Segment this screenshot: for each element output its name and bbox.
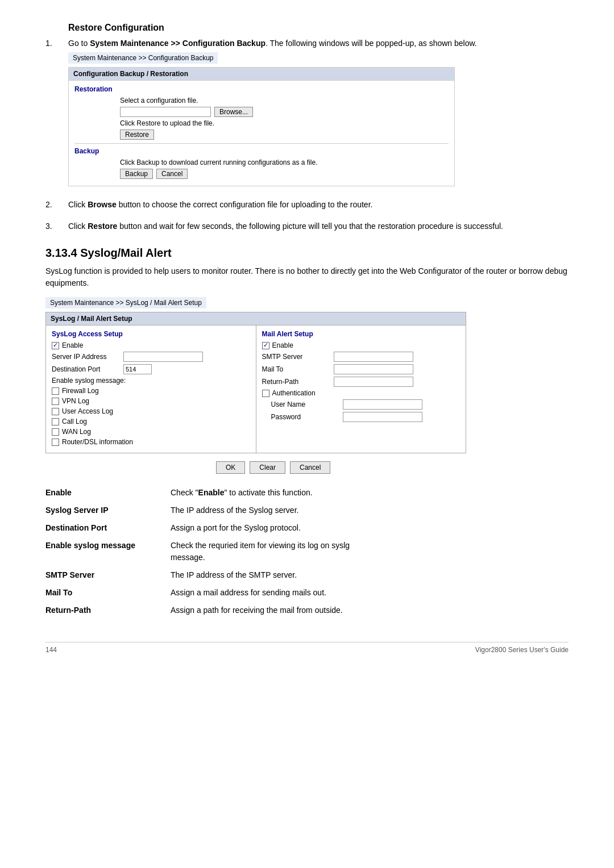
mail-to-row: Mail To bbox=[262, 364, 460, 374]
return-path-label: Return-Path bbox=[262, 378, 330, 386]
syslog-left-panel: SysLog Access Setup Enable Server IP Add… bbox=[46, 326, 256, 453]
step-1-bold: System Maintenance >> Configuration Back… bbox=[90, 39, 265, 48]
step-1-content: Go to System Maintenance >> Configuratio… bbox=[68, 39, 569, 192]
restore-config-section: Restore Configuration 1. Go to System Ma… bbox=[45, 23, 569, 235]
desc-term-enable: Enable bbox=[45, 484, 171, 502]
step-3-num: 3. bbox=[45, 222, 68, 235]
desc-def-smtp: The IP address of the SMTP server. bbox=[171, 566, 569, 584]
step-2: 2. Click Browse button to choose the cor… bbox=[45, 200, 569, 214]
return-path-input[interactable] bbox=[334, 377, 413, 387]
user-name-row: User Name bbox=[262, 399, 460, 410]
desc-term-return-path: Return-Path bbox=[45, 602, 171, 619]
desc-term-server-ip: Syslog Server IP bbox=[45, 502, 171, 519]
syslog-section: 3.13.4 Syslog/Mail Alert SysLog function… bbox=[45, 247, 569, 619]
step-2-content: Click Browse button to choose the correc… bbox=[68, 200, 569, 214]
firewall-log-row: Firewall Log bbox=[52, 387, 250, 395]
desc-term-smtp: SMTP Server bbox=[45, 566, 171, 584]
router-dsl-row: Router/DSL information bbox=[52, 438, 250, 446]
server-ip-label: Server IP Address bbox=[52, 353, 120, 361]
cancel-button[interactable]: Cancel bbox=[290, 461, 330, 474]
server-ip-input[interactable] bbox=[123, 352, 203, 362]
vpn-log-row: VPN Log bbox=[52, 397, 250, 405]
syslog-heading: 3.13.4 Syslog/Mail Alert bbox=[45, 247, 569, 260]
clear-button[interactable]: Clear bbox=[250, 461, 285, 474]
desc-row-server-ip: Syslog Server IP The IP address of the S… bbox=[45, 502, 569, 519]
nav-bar-config-backup: System Maintenance >> Configuration Back… bbox=[68, 52, 218, 64]
call-log-checkbox[interactable] bbox=[52, 418, 59, 425]
return-path-row: Return-Path bbox=[262, 377, 460, 387]
call-log-label: Call Log bbox=[62, 418, 87, 425]
syslog-box-header: SysLog / Mail Alert Setup bbox=[46, 312, 466, 326]
cancel-backup-button[interactable]: Cancel bbox=[156, 169, 188, 179]
user-access-log-label: User Access Log bbox=[62, 407, 113, 415]
restore-config-title: Restore Configuration bbox=[68, 23, 569, 33]
syslog-access-title: SysLog Access Setup bbox=[52, 330, 250, 338]
dest-port-row: Destination Port 514 bbox=[52, 364, 250, 374]
wan-log-row: WAN Log bbox=[52, 428, 250, 436]
user-name-input[interactable] bbox=[343, 399, 422, 410]
desc-row-enable-syslog: Enable syslog message Check the requried… bbox=[45, 537, 569, 566]
desc-def-dest-port: Assign a port for the Syslog protocol. bbox=[171, 519, 569, 537]
desc-row-return-path: Return-Path Assign a path for receiving … bbox=[45, 602, 569, 619]
desc-row-dest-port: Destination Port Assign a port for the S… bbox=[45, 519, 569, 537]
vpn-log-label: VPN Log bbox=[62, 397, 89, 405]
call-log-row: Call Log bbox=[52, 418, 250, 425]
config-backup-box: Configuration Backup / Restoration Resto… bbox=[68, 67, 455, 186]
mail-to-input[interactable] bbox=[334, 364, 413, 374]
description-table: Enable Check "Enable" to activate this f… bbox=[45, 484, 569, 619]
router-dsl-checkbox[interactable] bbox=[52, 439, 59, 446]
mail-enable-checkbox[interactable] bbox=[262, 342, 269, 349]
dest-port-input[interactable]: 514 bbox=[123, 364, 152, 374]
auth-checkbox[interactable] bbox=[262, 390, 269, 397]
mail-to-label: Mail To bbox=[262, 365, 330, 373]
backup-btn-row: Backup Cancel bbox=[74, 169, 449, 179]
firewall-log-label: Firewall Log bbox=[62, 387, 99, 395]
user-name-label: User Name bbox=[271, 400, 339, 408]
smtp-server-row: SMTP Server bbox=[262, 352, 460, 362]
backup-desc: Click Backup to download current running… bbox=[74, 158, 449, 166]
auth-row: Authentication bbox=[262, 389, 460, 397]
user-access-log-checkbox[interactable] bbox=[52, 408, 59, 415]
firewall-log-checkbox[interactable] bbox=[52, 387, 59, 395]
select-text: Select a configuration file. bbox=[74, 97, 449, 105]
auth-label: Authentication bbox=[272, 389, 316, 397]
server-ip-row: Server IP Address bbox=[52, 352, 250, 362]
nav-bar-syslog: System Maintenance >> SysLog / Mail Aler… bbox=[45, 297, 206, 308]
password-row: Password bbox=[262, 412, 460, 422]
password-input[interactable] bbox=[343, 412, 422, 422]
syslog-buttons-row: OK Clear Cancel bbox=[45, 461, 569, 474]
footer: 144 Vigor2800 Series User's Guide bbox=[45, 642, 569, 654]
step-3: 3. Click Restore button and wait for few… bbox=[45, 222, 569, 235]
step-1-num: 1. bbox=[45, 39, 68, 192]
config-box-body: Restoration Select a configuration file.… bbox=[69, 81, 454, 186]
mail-alert-title: Mail Alert Setup bbox=[262, 330, 460, 338]
restoration-label: Restoration bbox=[74, 85, 449, 93]
syslog-enable-checkbox[interactable] bbox=[52, 342, 59, 349]
wan-log-label: WAN Log bbox=[62, 428, 91, 436]
desc-def-server-ip: The IP address of the Syslog server. bbox=[171, 502, 569, 519]
mail-enable-label: Enable bbox=[272, 341, 293, 349]
syslog-box: SysLog / Mail Alert Setup SysLog Access … bbox=[45, 312, 466, 453]
browse-row: Browse... bbox=[74, 107, 449, 117]
desc-def-mail-to: Assign a mail address for sending mails … bbox=[171, 584, 569, 602]
divider bbox=[74, 143, 449, 144]
restore-button[interactable]: Restore bbox=[120, 130, 154, 140]
wan-log-checkbox[interactable] bbox=[52, 428, 59, 436]
backup-button[interactable]: Backup bbox=[120, 169, 153, 179]
step-1-text: Go to System Maintenance >> Configuratio… bbox=[68, 39, 569, 48]
desc-def-enable-syslog: Check the requried item for viewing its … bbox=[171, 537, 569, 566]
smtp-server-input[interactable] bbox=[334, 352, 413, 362]
vpn-log-checkbox[interactable] bbox=[52, 398, 59, 405]
desc-term-dest-port: Destination Port bbox=[45, 519, 171, 537]
desc-term-mail-to: Mail To bbox=[45, 584, 171, 602]
file-input[interactable] bbox=[120, 107, 211, 117]
password-label: Password bbox=[271, 413, 339, 421]
click-restore-text: Click Restore to upload the file. bbox=[74, 119, 449, 127]
product-name: Vigor2800 Series User's Guide bbox=[475, 646, 569, 654]
user-access-log-row: User Access Log bbox=[52, 407, 250, 415]
browse-button[interactable]: Browse... bbox=[214, 107, 253, 117]
dest-port-label: Destination Port bbox=[52, 365, 120, 373]
ok-button[interactable]: OK bbox=[216, 461, 245, 474]
config-box-header: Configuration Backup / Restoration bbox=[69, 68, 454, 81]
desc-def-enable: Check "Enable" to activate this function… bbox=[171, 484, 569, 502]
